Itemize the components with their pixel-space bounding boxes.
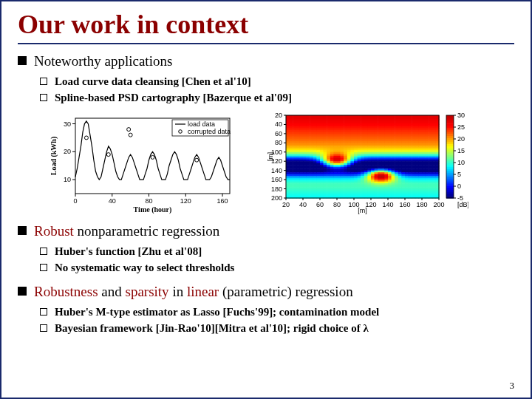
red-word: sparsity: [126, 284, 169, 299]
svg-text:180: 180: [416, 201, 427, 208]
svg-point-23: [151, 156, 154, 160]
subbullet-text: No systematic way to select thresholds: [55, 260, 234, 275]
bullet-text: Noteworthy applications: [34, 52, 172, 71]
svg-text:80: 80: [333, 201, 341, 208]
subbullet-huber-lasso: Huber's M-type estimator as Lasso [Fuchs…: [40, 304, 514, 319]
subbullet-text: Huber's function [Zhu et al'08]: [55, 244, 202, 259]
bullet-robust-sparsity: Robustness and sparsity in linear (param…: [18, 282, 514, 301]
svg-point-24: [195, 158, 199, 162]
bullet-square-icon: [18, 56, 27, 65]
svg-point-21: [127, 128, 131, 132]
bullet-text: Robust nonparametric regression: [34, 222, 219, 241]
svg-text:20: 20: [275, 112, 282, 119]
svg-text:60: 60: [316, 201, 324, 208]
figure-heatmap: 2040608010012014016018020020406080100120…: [265, 111, 468, 214]
svg-text:80: 80: [275, 139, 282, 146]
svg-text:40: 40: [109, 197, 116, 205]
svg-text:0: 0: [457, 183, 461, 190]
svg-text:[m]: [m]: [267, 152, 274, 162]
subbullet-huber: Huber's function [Zhu et al'08]: [40, 244, 514, 259]
svg-text:5: 5: [457, 171, 461, 178]
svg-text:140: 140: [382, 201, 393, 208]
svg-text:20: 20: [457, 135, 465, 143]
slide-title: Our work in context: [18, 9, 514, 44]
svg-text:160: 160: [217, 197, 228, 205]
svg-text:120: 120: [180, 197, 191, 205]
svg-text:load data: load data: [188, 120, 215, 128]
bullet-square-icon: [18, 287, 27, 296]
svg-text:[dB]: [dB]: [457, 201, 468, 208]
subbullet-text: Spline-based PSD cartography [Bazerque e…: [55, 90, 292, 105]
svg-text:80: 80: [146, 197, 153, 205]
svg-text:Time (hour): Time (hour): [134, 205, 172, 214]
figure-load-curve: 04080120160102030Time (hour)Load (kWh)lo…: [47, 111, 236, 214]
subbullet-text: Load curve data cleansing [Chen et al'10…: [55, 74, 251, 89]
bullet-applications: Noteworthy applications: [18, 52, 514, 71]
svg-text:30: 30: [64, 120, 71, 128]
red-word: Robustness: [34, 284, 98, 299]
svg-point-20: [106, 153, 110, 157]
hollow-square-icon: [40, 324, 47, 332]
svg-text:15: 15: [457, 147, 465, 154]
figure-row: 04080120160102030Time (hour)Load (kWh)lo…: [47, 111, 514, 214]
hollow-square-icon: [40, 78, 47, 85]
slide-frame: Our work in context Noteworthy applicati…: [0, 0, 532, 399]
load-curve-svg: 04080120160102030Time (hour)Load (kWh)lo…: [47, 111, 236, 214]
svg-text:60: 60: [275, 130, 282, 137]
lambda-symbol: λ: [363, 322, 368, 334]
svg-text:40: 40: [275, 121, 282, 129]
svg-text:200: 200: [433, 201, 444, 208]
subbullet-text: Huber's M-type estimator as Lasso [Fuchs…: [55, 304, 379, 319]
svg-text:40: 40: [299, 201, 307, 208]
bullet-robust-nonparam: Robust nonparametric regression: [18, 222, 514, 241]
red-word: linear: [187, 284, 219, 299]
svg-text:Load (kWh): Load (kWh): [50, 137, 58, 176]
svg-text:20: 20: [64, 148, 71, 155]
svg-text:140: 140: [271, 167, 282, 174]
subbullet-spline-psd: Spline-based PSD cartography [Bazerque e…: [40, 90, 514, 105]
hollow-square-icon: [40, 264, 47, 271]
svg-text:10: 10: [64, 176, 71, 183]
svg-text:corrupted data: corrupted data: [188, 128, 231, 135]
hollow-square-icon: [40, 94, 47, 101]
subbullet-bayesian: Bayesian framework [Jin-Rao'10][Mitra et…: [40, 321, 514, 335]
hollow-square-icon: [40, 248, 47, 255]
red-word: Robust: [34, 223, 74, 239]
svg-text:160: 160: [399, 201, 410, 208]
svg-text:[m]: [m]: [358, 207, 367, 214]
svg-point-22: [129, 133, 132, 137]
heatmap-svg: 2040608010012014016018020020406080100120…: [265, 111, 468, 214]
heading-rest: nonparametric regression: [74, 223, 219, 239]
subbullet-load-curve: Load curve data cleansing [Chen et al'10…: [40, 74, 514, 89]
svg-point-19: [84, 136, 88, 140]
hollow-square-icon: [40, 308, 47, 316]
svg-text:10: 10: [457, 159, 465, 166]
subbullet-text: Bayesian framework [Jin-Rao'10][Mitra et…: [55, 321, 369, 335]
svg-text:200: 200: [271, 194, 282, 202]
page-number: 3: [510, 380, 515, 392]
svg-text:160: 160: [271, 176, 282, 183]
svg-text:25: 25: [457, 123, 465, 131]
bullet-square-icon: [18, 226, 27, 235]
svg-text:0: 0: [73, 197, 77, 205]
bullet-text: Robustness and sparsity in linear (param…: [34, 282, 353, 301]
svg-text:180: 180: [271, 185, 282, 193]
subbullet-no-systematic: No systematic way to select thresholds: [40, 260, 514, 275]
svg-text:30: 30: [457, 112, 465, 119]
svg-text:20: 20: [282, 201, 290, 208]
